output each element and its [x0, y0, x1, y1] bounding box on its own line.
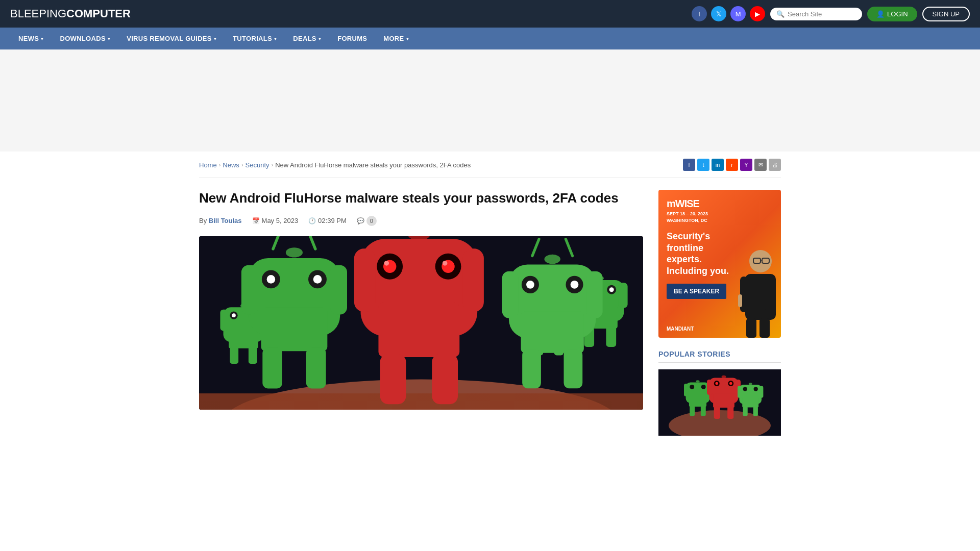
article-author: By Bill Toulas — [199, 217, 242, 224]
nav-more-arrow: ▾ — [406, 36, 409, 41]
sidebar: mWISE SEPT 18 – 20, 2023WASHINGTON, DC S… — [658, 190, 781, 436]
nav-tutorials[interactable]: TUTORIALS ▾ — [225, 28, 285, 49]
svg-rect-47 — [262, 347, 282, 388]
share-reddit[interactable]: r — [726, 159, 738, 171]
share-twitter[interactable]: t — [697, 159, 709, 171]
svg-point-103 — [716, 382, 719, 385]
share-facebook[interactable]: f — [683, 159, 695, 171]
svg-rect-115 — [738, 386, 742, 398]
main-container: Home › News › Security › New Android Flu… — [189, 152, 791, 448]
nav-news-label: NEWS — [18, 35, 39, 42]
ad-cta-button[interactable]: BE A SPEAKER — [667, 284, 726, 299]
breadcrumb-news[interactable]: News — [223, 161, 239, 169]
site-logo[interactable]: BLEEPINGCOMPUTER — [10, 7, 131, 20]
facebook-icon[interactable]: f — [692, 6, 707, 21]
svg-rect-106 — [707, 380, 713, 395]
breadcrumb-sep-1: › — [219, 162, 221, 168]
svg-rect-114 — [742, 397, 758, 408]
search-icon: 🔍 — [776, 10, 785, 18]
header-right: f 𝕏 M ▶ 🔍 👤 LOGIN SIGN UP — [692, 6, 970, 21]
svg-rect-75 — [522, 349, 541, 388]
login-label: LOGIN — [887, 10, 908, 18]
svg-point-92 — [690, 385, 694, 389]
svg-rect-109 — [727, 406, 733, 419]
signup-button[interactable]: SIGN UP — [922, 7, 970, 21]
nav-deals[interactable]: DEALS ▾ — [285, 28, 329, 49]
breadcrumb-current: New Android FluHorse malware steals your… — [275, 161, 471, 169]
svg-rect-95 — [684, 384, 689, 396]
svg-point-57 — [384, 261, 389, 266]
comment-icon: 💬 — [357, 217, 364, 224]
clock-icon: 🕐 — [308, 217, 316, 224]
share-linkedin[interactable]: in — [712, 159, 724, 171]
breadcrumb-security[interactable]: Security — [246, 161, 270, 169]
search-input[interactable] — [788, 10, 856, 18]
share-email[interactable]: ✉ — [754, 159, 767, 171]
article-comments[interactable]: 💬 0 — [357, 216, 377, 226]
svg-rect-116 — [759, 386, 763, 398]
svg-rect-105 — [713, 393, 734, 408]
article-time: 🕐 02:39 PM — [308, 217, 347, 224]
nav-forums-label: FORUMS — [337, 35, 367, 42]
content-layout: New Android FluHorse malware steals your… — [199, 178, 781, 448]
search-box: 🔍 — [770, 8, 862, 20]
svg-rect-60 — [354, 248, 375, 312]
site-header: BLEEPINGCOMPUTER f 𝕏 M ▶ 🔍 👤 LOGIN SIGN … — [0, 0, 980, 28]
svg-point-110 — [749, 383, 752, 385]
svg-rect-2 — [199, 393, 643, 410]
twitter-icon[interactable]: 𝕏 — [711, 6, 726, 21]
svg-point-104 — [729, 382, 732, 385]
svg-rect-83 — [760, 318, 770, 338]
svg-point-90 — [696, 380, 699, 383]
nav-deals-label: DEALS — [293, 35, 316, 42]
nav-virus-removal[interactable]: VIRUS REMOVAL GUIDES ▾ — [118, 28, 225, 49]
svg-rect-48 — [306, 347, 326, 388]
breadcrumb-row: Home › News › Security › New Android Flu… — [199, 152, 781, 178]
article-date: 📅 May 5, 2023 — [252, 217, 299, 224]
svg-rect-98 — [701, 406, 706, 416]
nav-forums[interactable]: FORUMS — [329, 28, 375, 49]
svg-rect-74 — [586, 271, 602, 318]
svg-rect-13 — [249, 346, 257, 363]
svg-rect-97 — [690, 406, 695, 416]
svg-rect-33 — [619, 283, 628, 308]
ad-date-location: SEPT 18 – 20, 2023WASHINGTON, DC — [667, 211, 773, 223]
svg-rect-46 — [330, 265, 347, 314]
nav-news[interactable]: NEWS ▾ — [10, 28, 52, 49]
svg-point-30 — [609, 287, 614, 292]
breadcrumb-sep-3: › — [272, 162, 274, 168]
nav-more[interactable]: MORE ▾ — [375, 28, 417, 49]
nav-downloads[interactable]: DOWNLOADS ▾ — [52, 28, 119, 49]
svg-rect-72 — [521, 311, 584, 353]
nav-tutorials-arrow: ▾ — [274, 36, 277, 41]
main-nav: NEWS ▾ DOWNLOADS ▾ VIRUS REMOVAL GUIDES … — [0, 28, 980, 49]
svg-point-66 — [544, 254, 560, 263]
svg-rect-9 — [229, 329, 258, 348]
article-title: New Android FluHorse malware steals your… — [199, 190, 643, 207]
youtube-icon[interactable]: ▶ — [750, 6, 765, 21]
share-print[interactable]: 🖨 — [769, 159, 781, 171]
time-value: 02:39 PM — [318, 217, 347, 224]
svg-point-71 — [571, 281, 579, 289]
svg-rect-45 — [241, 265, 258, 314]
svg-rect-94 — [689, 395, 706, 407]
svg-point-93 — [701, 385, 706, 389]
breadcrumb-home[interactable]: Home — [199, 161, 217, 169]
login-button[interactable]: 👤 LOGIN — [867, 7, 917, 21]
author-link[interactable]: Bill Toulas — [209, 217, 242, 224]
mastodon-icon[interactable]: M — [730, 6, 746, 21]
share-yahoo[interactable]: Y — [740, 159, 752, 171]
svg-rect-118 — [753, 406, 758, 416]
svg-point-38 — [286, 247, 303, 257]
logo-text-regular: BLEEPING — [10, 7, 66, 20]
svg-point-43 — [313, 275, 322, 284]
calendar-icon: 📅 — [252, 217, 260, 224]
sidebar-ad: mWISE SEPT 18 – 20, 2023WASHINGTON, DC S… — [658, 190, 781, 338]
svg-point-113 — [754, 387, 758, 391]
svg-rect-61 — [463, 248, 484, 312]
popular-stories-title: POPULAR STORIES — [658, 350, 781, 363]
ad-mandiant: MANDIANT — [667, 326, 694, 332]
nav-virus-arrow: ▾ — [214, 36, 216, 41]
social-icons-group: f 𝕏 M ▶ — [692, 6, 765, 21]
popular-story-image[interactable] — [658, 369, 781, 436]
